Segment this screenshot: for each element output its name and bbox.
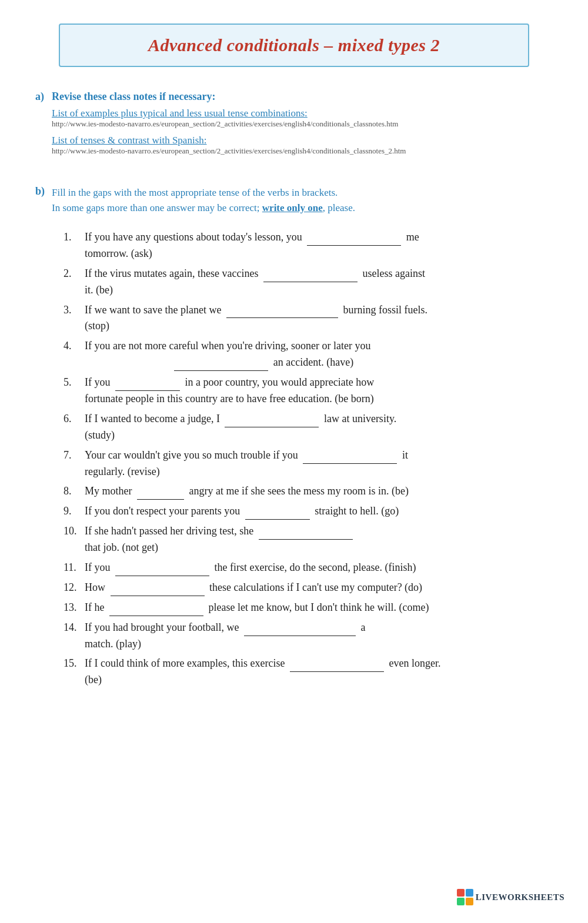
section-a-intro: Revise these class notes if necessary:: [52, 91, 406, 103]
section-b-description: Fill in the gaps with the most appropria…: [52, 185, 440, 215]
link-2-title[interactable]: List of tenses & contrast with Spanish:: [52, 135, 406, 146]
ex-14-num: 14.: [64, 620, 85, 636]
section-b-desc4: , please.: [323, 202, 355, 213]
footer-text: LIVEWORKSHEETS: [476, 892, 564, 902]
ex-2-line2: it. (be): [85, 282, 440, 299]
ex-2-blank[interactable]: [263, 270, 358, 282]
exercise-14: 14. If you had brought your football, we…: [64, 620, 440, 653]
ex-14-line2: match. (play): [85, 636, 440, 653]
ex-1-num: 1.: [64, 229, 85, 246]
ex-11-blank[interactable]: [115, 564, 209, 576]
exercise-1: 1. If you have any questions about today…: [64, 229, 440, 262]
ex-9-num: 9.: [64, 503, 85, 520]
ex-5-content: If you in a poor country, you would appr…: [85, 374, 440, 407]
ex-6-content: If I wanted to become a judge, I law at …: [85, 411, 440, 444]
ex-9-blank[interactable]: [245, 508, 310, 520]
exercise-4: 4. If you are not more careful when you'…: [64, 338, 440, 371]
section-a-label: a): [35, 91, 47, 103]
exercise-9: 9. If you don't respect your parents you…: [64, 503, 440, 520]
ex-11-content: If you the first exercise, do the second…: [85, 560, 440, 576]
ex-10-blank[interactable]: [259, 528, 353, 540]
ex-4-num: 4.: [64, 338, 85, 355]
ex-3-blank[interactable]: [226, 306, 338, 318]
ex-3-num: 3.: [64, 302, 85, 319]
exercises-list: 1. If you have any questions about today…: [64, 229, 440, 688]
ex-15-content: If I could think of more examples, this …: [85, 656, 440, 688]
ex-14-blank[interactable]: [244, 624, 356, 636]
exercise-2: 2. If the virus mutates again, these vac…: [64, 266, 440, 299]
ex-7-num: 7.: [64, 447, 85, 464]
ex-15-blank[interactable]: [290, 660, 384, 672]
ex-8-num: 8.: [64, 483, 85, 500]
ex-1-blank[interactable]: [307, 234, 401, 246]
section-b-content: Fill in the gaps with the most appropria…: [52, 185, 440, 692]
ex-5-line2: fortunate people in this country are to …: [85, 391, 440, 407]
section-b-desc1: Fill in the gaps with the most appropria…: [52, 187, 338, 198]
ex-8-content: My mother angry at me if she sees the me…: [85, 483, 440, 500]
title-box: Advanced conditionals – mixed types 2: [59, 24, 529, 67]
ex-7-line2: regularly. (revise): [85, 464, 440, 480]
ex-13-content: If he please let me know, but I don't th…: [85, 600, 440, 616]
section-b: b) Fill in the gaps with the most approp…: [35, 185, 553, 692]
exercise-3: 3. If we want to save the planet we burn…: [64, 302, 440, 335]
ex-1-line2: tomorrow. (ask): [85, 246, 440, 262]
ex-15-num: 15.: [64, 656, 85, 672]
ex-3-line2: (stop): [85, 318, 440, 335]
exercise-11: 11. If you the first exercise, do the se…: [64, 560, 440, 576]
exercise-7: 7. Your car wouldn't give you so much tr…: [64, 447, 440, 480]
ex-6-line2: (study): [85, 427, 440, 444]
ex-2-num: 2.: [64, 266, 85, 282]
ex-12-content: How these calculations if I can't use my…: [85, 580, 440, 596]
ex-1-content: If you have any questions about today's …: [85, 229, 440, 262]
logo-icon: [457, 889, 473, 905]
logo-sq-red: [457, 889, 465, 897]
ex-4-blank[interactable]: [174, 359, 268, 371]
section-a-content: Revise these class notes if necessary: L…: [52, 91, 406, 162]
ex-4-line2: an accident. (have): [85, 355, 440, 371]
ex-7-blank[interactable]: [303, 452, 397, 464]
exercise-6: 6. If I wanted to become a judge, I law …: [64, 411, 440, 444]
ex-10-num: 10.: [64, 523, 85, 540]
section-a: a) Revise these class notes if necessary…: [35, 91, 553, 176]
ex-5-blank[interactable]: [115, 379, 180, 391]
ex-6-blank[interactable]: [225, 416, 319, 427]
exercise-10: 10. If she hadn't passed her driving tes…: [64, 523, 440, 556]
link-2-url: http://www.ies-modesto-navarro.es/europe…: [52, 146, 406, 156]
ex-3-content: If we want to save the planet we burning…: [85, 302, 440, 335]
link-group-1: List of examples plus typical and less u…: [52, 108, 406, 129]
page-title: Advanced conditionals – mixed types 2: [148, 35, 440, 55]
ex-5-num: 5.: [64, 374, 85, 391]
exercise-12: 12. How these calculations if I can't us…: [64, 580, 440, 596]
exercise-13: 13. If he please let me know, but I don'…: [64, 600, 440, 616]
section-b-desc3: write only one: [262, 202, 323, 213]
logo-sq-orange: [466, 898, 473, 905]
ex-4-content: If you are not more careful when you're …: [85, 338, 440, 371]
link-1-url: http://www.ies-modesto-navarro.es/europe…: [52, 119, 406, 129]
link-1-title[interactable]: List of examples plus typical and less u…: [52, 108, 406, 119]
logo-sq-blue: [466, 889, 473, 897]
ex-6-num: 6.: [64, 411, 85, 427]
ex-7-content: Your car wouldn't give you so much troub…: [85, 447, 440, 480]
section-b-label: b): [35, 185, 47, 198]
section-b-desc2: In some gaps more than one answer may be…: [52, 202, 260, 213]
exercise-8: 8. My mother angry at me if she sees the…: [64, 483, 440, 500]
exercise-5: 5. If you in a poor country, you would a…: [64, 374, 440, 407]
footer: LIVEWORKSHEETS: [457, 889, 564, 905]
ex-9-content: If you don't respect your parents you st…: [85, 503, 440, 520]
ex-10-content: If she hadn't passed her driving test, s…: [85, 523, 440, 556]
ex-13-blank[interactable]: [109, 604, 203, 616]
ex-10-line2: that job. (not get): [85, 540, 440, 556]
link-group-2: List of tenses & contrast with Spanish: …: [52, 135, 406, 156]
ex-11-num: 11.: [64, 560, 85, 576]
liveworksheets-logo: LIVEWORKSHEETS: [457, 889, 564, 905]
ex-15-line2: (be): [85, 672, 440, 688]
logo-sq-green: [457, 898, 465, 905]
exercise-15: 15. If I could think of more examples, t…: [64, 656, 440, 688]
ex-12-blank[interactable]: [111, 584, 205, 596]
ex-14-content: If you had brought your football, we a m…: [85, 620, 440, 653]
ex-12-num: 12.: [64, 580, 85, 596]
ex-8-blank[interactable]: [137, 488, 184, 500]
ex-2-content: If the virus mutates again, these vaccin…: [85, 266, 440, 299]
ex-13-num: 13.: [64, 600, 85, 616]
